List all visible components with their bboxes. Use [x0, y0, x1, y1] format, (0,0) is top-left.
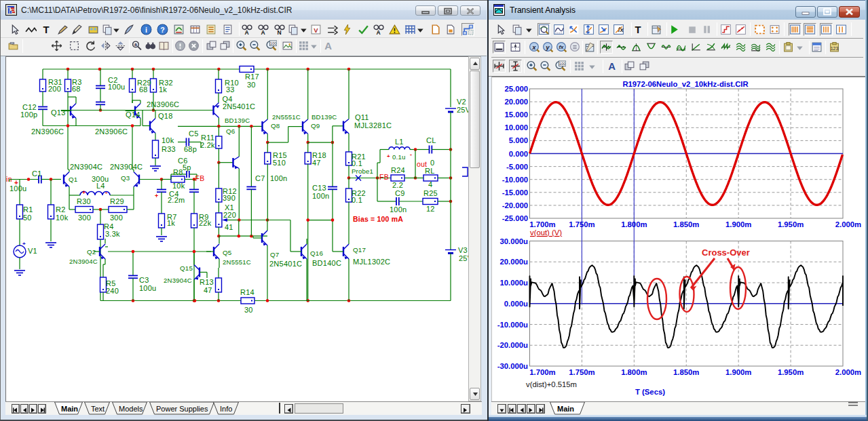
svg-text:1.700m: 1.700m	[529, 220, 555, 228]
svg-text:20.000u: 20.000u	[500, 258, 529, 266]
svg-text:1.850m: 1.850m	[673, 220, 699, 228]
svg-text:FB: FB	[195, 174, 205, 182]
svg-text:2N3906C: 2N3906C	[31, 127, 64, 136]
svg-text:200: 200	[48, 85, 61, 93]
svg-text:1.850m: 1.850m	[673, 368, 699, 376]
svg-text:C7: C7	[255, 174, 265, 182]
svg-text:25V: 25V	[457, 106, 468, 114]
svg-text:0.1: 0.1	[352, 159, 362, 167]
svg-text:2N3904C: 2N3904C	[110, 163, 143, 171]
svg-text:V2: V2	[457, 98, 466, 106]
svg-text:2N5551C: 2N5551C	[272, 113, 301, 121]
svg-text:2N3904C: 2N3904C	[164, 277, 192, 284]
svg-text:Bias = 100 mA: Bias = 100 mA	[353, 215, 403, 223]
svg-text:1.800m: 1.800m	[621, 220, 647, 228]
svg-text:2N5401C: 2N5401C	[269, 260, 302, 268]
svg-text:V1: V1	[28, 247, 37, 255]
svg-text:-15.000: -15.000	[502, 188, 528, 197]
svg-text:MJL3281C: MJL3281C	[354, 121, 392, 129]
svg-text:R17: R17	[245, 73, 259, 81]
svg-text:0.000: 0.000	[509, 150, 528, 158]
svg-text:2.000m: 2.000m	[835, 368, 861, 376]
svg-text:68: 68	[72, 85, 81, 93]
svg-text:100n: 100n	[270, 174, 287, 182]
svg-text:+: +	[155, 193, 158, 199]
svg-text:Q18: Q18	[158, 112, 173, 120]
svg-text:v(out) (V): v(out) (V)	[530, 228, 562, 237]
svg-text:0: 0	[430, 159, 434, 167]
svg-text:Cross-Over: Cross-Over	[702, 247, 750, 258]
svg-text:Q3: Q3	[121, 174, 130, 182]
svg-text:-10.000u: -10.000u	[497, 321, 528, 329]
svg-text:R25: R25	[423, 189, 438, 197]
svg-text:100u: 100u	[139, 284, 156, 292]
svg-text:Q2: Q2	[87, 248, 96, 256]
svg-text:25V: 25V	[459, 254, 468, 262]
svg-text:22k: 22k	[199, 219, 212, 227]
svg-text:50: 50	[23, 214, 32, 222]
svg-text:R14: R14	[240, 288, 254, 296]
svg-text:1.750m: 1.750m	[569, 368, 595, 376]
svg-text:R33: R33	[162, 145, 176, 153]
svg-text:0.1: 0.1	[352, 196, 362, 204]
svg-text:Q1: Q1	[69, 176, 77, 183]
svg-text:3.3k: 3.3k	[105, 230, 120, 238]
svg-text:390: 390	[223, 194, 235, 202]
svg-text:1.950m: 1.950m	[778, 220, 804, 228]
svg-text:100n: 100n	[390, 205, 407, 214]
svg-text:Q14: Q14	[126, 111, 140, 119]
svg-text:300: 300	[78, 214, 91, 222]
svg-text:2N5551C: 2N5551C	[223, 258, 251, 266]
svg-text:2N3906C: 2N3906C	[147, 100, 179, 108]
svg-text:2.2m: 2.2m	[168, 196, 185, 204]
svg-text:12: 12	[426, 205, 435, 213]
svg-text:47: 47	[204, 286, 212, 294]
svg-text:100u: 100u	[10, 184, 26, 193]
svg-text:CL: CL	[426, 136, 436, 144]
svg-text:10k: 10k	[162, 136, 174, 144]
svg-text:100p: 100p	[20, 111, 37, 119]
svg-text:30: 30	[244, 306, 253, 314]
svg-text:2.000m: 2.000m	[835, 220, 861, 228]
svg-text:-20.000u: -20.000u	[497, 341, 528, 349]
svg-text:C3: C3	[139, 276, 149, 284]
svg-text:1.950m: 1.950m	[778, 368, 804, 376]
svg-text:BD140C: BD140C	[312, 259, 341, 267]
svg-text:Q15: Q15	[180, 264, 193, 272]
svg-text:2N5401C: 2N5401C	[223, 102, 255, 111]
svg-text:Q11: Q11	[355, 113, 369, 121]
svg-text:V3: V3	[458, 246, 468, 254]
svg-text:C9: C9	[395, 189, 405, 197]
svg-text:30.000u: 30.000u	[500, 237, 529, 245]
svg-text:0.1u: 0.1u	[392, 153, 405, 161]
svg-text:2.2k: 2.2k	[200, 141, 215, 149]
svg-text:240: 240	[106, 287, 119, 295]
svg-text:Q16: Q16	[310, 249, 323, 257]
svg-text:Q8: Q8	[271, 122, 280, 129]
svg-text:1.700m: 1.700m	[529, 368, 555, 376]
svg-text:Q7: Q7	[270, 251, 279, 258]
svg-text:R1: R1	[23, 205, 33, 214]
svg-text:15.000: 15.000	[504, 111, 528, 119]
svg-text:Q13: Q13	[51, 108, 66, 117]
svg-text:R8: R8	[173, 168, 183, 176]
svg-text:25.000: 25.000	[504, 85, 528, 93]
svg-text:1k: 1k	[167, 219, 175, 227]
svg-text:Q5: Q5	[223, 249, 232, 256]
svg-text:R1972-06Neulo_v2_10kHz-dist.CI: R1972-06Neulo_v2_10kHz-dist.CIR	[622, 80, 748, 88]
svg-text:100u: 100u	[108, 83, 125, 91]
svg-text:1k: 1k	[159, 85, 167, 94]
svg-text:1.900m: 1.900m	[725, 368, 751, 376]
svg-text:68: 68	[139, 85, 148, 94]
svg-text:C5: C5	[189, 129, 199, 138]
svg-text:-10.000: -10.000	[502, 176, 528, 184]
svg-text:100n: 100n	[312, 192, 329, 200]
svg-text:R29: R29	[110, 197, 124, 205]
svg-text:-: -	[410, 151, 412, 158]
svg-text:L1: L1	[395, 138, 404, 146]
svg-text:5.000: 5.000	[509, 136, 528, 144]
svg-text:10k: 10k	[172, 182, 185, 190]
svg-text:-5.000: -5.000	[506, 163, 528, 171]
svg-text:R30: R30	[77, 197, 91, 205]
svg-text:41: 41	[225, 223, 233, 231]
